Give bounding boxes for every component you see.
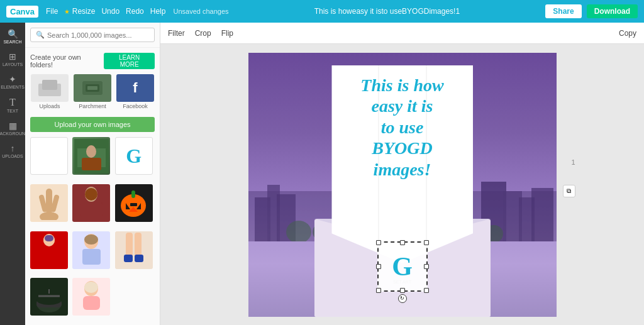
svg-rect-4: [87, 86, 97, 90]
parchment-label: Parchment: [79, 103, 106, 109]
upload-item-anime1[interactable]: [30, 231, 68, 269]
search-icon: 🔍: [36, 31, 45, 39]
search-icon: 🔍: [8, 29, 18, 39]
elements-label: ELEMENTS: [1, 85, 25, 89]
upload-item-legs[interactable]: [115, 231, 153, 269]
source-facebook[interactable]: f Facebook: [116, 74, 155, 109]
page-copy-button[interactable]: ⧉: [563, 185, 575, 197]
source-grid: Uploads Parchment f Facebook: [25, 74, 160, 114]
g-letter: G: [392, 251, 413, 282]
uploads-label: UPLOADS: [2, 154, 23, 158]
sidebar-search-area: 🔍: [25, 23, 160, 48]
svg-rect-8: [82, 158, 101, 170]
download-button[interactable]: Download: [587, 4, 638, 18]
upload-item-photo[interactable]: [72, 137, 110, 175]
sidebar-item-uploads[interactable]: ↑ UPLOADS: [1, 141, 25, 161]
folder-section: Create your own folders! LEARN MORE: [25, 48, 160, 74]
sidebar-item-layouts[interactable]: ⊞ LAYOUTS: [1, 49, 25, 69]
source-uploads[interactable]: Uploads: [30, 74, 69, 109]
handle-tl[interactable]: [376, 240, 381, 245]
crop-button[interactable]: Crop: [195, 29, 211, 38]
upload-item-woman[interactable]: [72, 184, 110, 222]
nav-right: Share Download: [545, 4, 638, 18]
sidebar-item-search[interactable]: 🔍 SEARCH: [1, 26, 25, 47]
fold-line-left: [378, 65, 379, 263]
search-label: SEARCH: [3, 40, 21, 44]
document-title[interactable]: This is howeasy it isto useBYOGDimages!1: [314, 7, 460, 16]
upload-item-hand[interactable]: [30, 184, 68, 222]
resize-star-icon: ★: [64, 8, 70, 15]
elements-icon: ✦: [9, 74, 16, 84]
menu-help[interactable]: Help: [150, 7, 166, 16]
sidebar-item-background[interactable]: ▦ BACKGROUND: [1, 118, 25, 138]
handle-br[interactable]: [424, 288, 429, 293]
background-icon: ▦: [9, 121, 17, 131]
background-label: BACKGROUND: [0, 131, 28, 136]
handle-ml[interactable]: [376, 264, 381, 269]
banner-shape: This is howeasy it isto useBYOGDimages!: [331, 65, 473, 263]
upload-item-pumpkin[interactable]: [115, 184, 153, 222]
flip-button[interactable]: Flip: [221, 29, 233, 38]
text-label: TEXT: [7, 109, 18, 113]
handle-mr[interactable]: [424, 264, 429, 269]
svg-rect-48: [531, 188, 553, 241]
upload-item-baby[interactable]: [72, 278, 110, 316]
menu-resize[interactable]: ★ Resize: [64, 7, 95, 16]
svg-point-7: [86, 145, 96, 158]
svg-rect-14: [80, 202, 103, 218]
design-card[interactable]: This is howeasy it isto useBYOGDimages! …: [248, 53, 557, 317]
nav-left: Canva File ★ Resize Undo Redo Help Unsav…: [6, 6, 229, 18]
sidebar-item-text[interactable]: T TEXT: [1, 94, 25, 116]
svg-rect-23: [41, 246, 58, 262]
sidebar-panel: 🔍 Create your own folders! LEARN MORE Up…: [25, 23, 160, 325]
sidebar-item-elements[interactable]: ✦ ELEMENTS: [1, 72, 25, 92]
handle-tm[interactable]: [400, 240, 405, 245]
svg-point-28: [84, 234, 98, 245]
layouts-icon: ⊞: [9, 52, 16, 62]
handle-tr[interactable]: [424, 240, 429, 245]
svg-rect-1: [42, 80, 57, 90]
uploads-icon: ↑: [11, 143, 15, 153]
svg-rect-25: [45, 235, 53, 241]
search-box[interactable]: 🔍: [30, 28, 155, 42]
layouts-label: LAYOUTS: [3, 62, 23, 67]
upload-item-cauldron[interactable]: [30, 278, 68, 316]
uploads-thumbnail: [31, 74, 69, 102]
menu-file[interactable]: File: [46, 7, 58, 16]
svg-rect-39: [83, 296, 100, 310]
search-input[interactable]: [47, 31, 149, 39]
handle-bm[interactable]: [400, 288, 405, 293]
folder-label: Create your own folders!: [30, 53, 104, 69]
learn-more-button[interactable]: LEARN MORE: [104, 53, 155, 69]
selected-image-element[interactable]: G ↻: [377, 241, 428, 292]
menu-redo[interactable]: Redo: [126, 7, 144, 16]
rotate-handle[interactable]: ↻: [398, 294, 407, 303]
uploads-label: Uploads: [39, 103, 60, 109]
toolbar-left: Filter Crop Flip: [168, 29, 233, 38]
fold-line-right: [426, 65, 427, 263]
canvas-area: Filter Crop Flip Copy: [160, 23, 644, 325]
share-button[interactable]: Share: [545, 4, 581, 18]
upload-button[interactable]: Upload your own images: [30, 117, 155, 132]
menu-undo[interactable]: Undo: [101, 7, 119, 16]
parchment-thumbnail: [74, 74, 111, 102]
upload-item-white[interactable]: [30, 137, 68, 175]
facebook-label: Facebook: [123, 103, 148, 109]
canvas-viewport[interactable]: This is howeasy it isto useBYOGDimages! …: [160, 44, 644, 325]
handle-bl[interactable]: [376, 288, 381, 293]
banner-text: This is howeasy it isto useBYOGDimages!: [354, 75, 450, 180]
filter-button[interactable]: Filter: [168, 29, 185, 38]
uploads-grid: G: [25, 135, 160, 325]
page-number: 1: [571, 158, 575, 166]
canva-logo[interactable]: Canva: [6, 6, 38, 18]
unsaved-changes-label: Unsaved changes: [173, 8, 228, 15]
copy-button[interactable]: Copy: [619, 29, 636, 38]
svg-rect-21: [130, 203, 137, 206]
svg-rect-31: [124, 255, 133, 262]
svg-point-40: [84, 282, 98, 293]
upload-item-anime2[interactable]: [72, 231, 110, 269]
upload-item-g[interactable]: G: [115, 137, 153, 175]
source-parchment[interactable]: Parchment: [73, 74, 112, 109]
main-layout: 🔍 SEARCH ⊞ LAYOUTS ✦ ELEMENTS T TEXT ▦ B…: [0, 23, 644, 325]
facebook-thumbnail: f: [116, 74, 154, 102]
